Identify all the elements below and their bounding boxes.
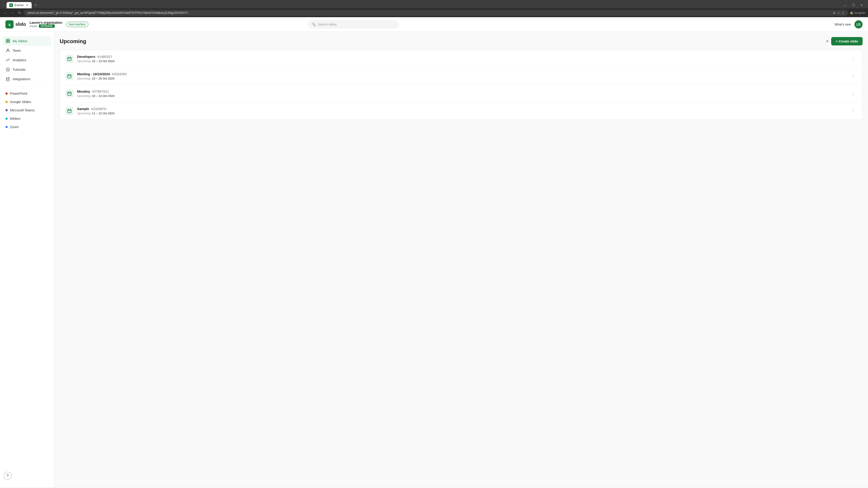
filter-button[interactable]: ≡ [826, 39, 829, 43]
svg-point-7 [9, 59, 10, 59]
sidebar-item-team[interactable]: Team [3, 46, 51, 55]
event-name: Developers [77, 55, 95, 59]
table-row[interactable]: Meeting - 10/10/2024 #3333392 Upcoming: … [60, 68, 862, 85]
event-id: #1480327 [97, 55, 112, 59]
org-name: Lauren's organization [30, 21, 62, 24]
whats-new-button[interactable]: What's new [835, 23, 851, 26]
grid-icon [5, 38, 10, 43]
event-status-label: Upcoming: [77, 77, 91, 80]
event-menu-button[interactable]: ⋮ [849, 55, 857, 62]
tab-bar: ‹ S Events ✕ + — ❐ ✕ [0, 0, 868, 8]
create-slido-button[interactable]: + Create slido [831, 37, 863, 45]
sidebar-item-powerpoint[interactable]: PowerPoint [3, 89, 51, 98]
url-actions: ★ ◇ ⇓ [833, 11, 844, 15]
webex-dot [5, 118, 8, 120]
minimize-button[interactable]: — [842, 3, 848, 7]
event-date-row: Upcoming: 10 – 13 Oct 2024 [77, 59, 846, 63]
event-date-row: Upcoming: 10 – 13 Oct 2024 [77, 94, 846, 98]
puzzle-icon [5, 76, 10, 81]
url-bar[interactable]: admin.sli.do/events?_gl=1*23hhvy*_gcl_au… [24, 10, 848, 16]
table-row[interactable]: Sample #2329970 Upcoming: 11 – 12 Oct 20… [60, 102, 862, 120]
event-menu-button[interactable]: ⋮ [849, 90, 857, 97]
event-info: Sample #2329970 Upcoming: 11 – 12 Oct 20… [77, 107, 846, 115]
event-name: Sample [77, 107, 89, 111]
tab-title: Events [15, 3, 24, 7]
event-name: Moodoy [77, 90, 90, 93]
sidebar-integrations-section: PowerPoint Google Slides Microsoft Teams… [0, 88, 54, 132]
help-section: ? [0, 468, 54, 484]
event-info: Developers #1480327 Upcoming: 10 – 13 Oc… [77, 55, 846, 63]
back-button[interactable]: ← [3, 10, 8, 16]
powerpoint-dot [5, 92, 8, 95]
window-controls: — ❐ ✕ [842, 3, 866, 7]
event-info: Moodoy #37867021 Upcoming: 10 – 13 Oct 2… [77, 90, 846, 98]
incognito-button[interactable]: 🕵 Incognito [850, 11, 865, 14]
extension-icon[interactable]: ◇ [837, 11, 840, 15]
org-role-label: Owner [30, 25, 37, 28]
avatar[interactable]: LD [855, 20, 863, 29]
help-button[interactable]: ? [4, 472, 12, 480]
header-actions: ≡ + Create slido [826, 37, 863, 45]
search-box[interactable]: 🔍 Search slidos [308, 21, 399, 28]
download-icon[interactable]: ⇓ [842, 11, 844, 15]
event-name-row: Sample #2329970 [77, 107, 846, 111]
new-tab-button[interactable]: + [33, 2, 39, 8]
event-date-value: 11 – 12 Oct 2024 [92, 111, 115, 115]
svg-rect-3 [8, 39, 10, 41]
tab-nav-button[interactable]: ‹ [2, 2, 6, 8]
table-row[interactable]: Developers #1480327 Upcoming: 10 – 13 Oc… [60, 50, 862, 68]
sidebar-item-webex[interactable]: Webex [3, 114, 51, 123]
sidebar-item-microsoft-teams[interactable]: Microsoft Teams [3, 106, 51, 114]
event-date-row: Upcoming: 11 – 12 Oct 2024 [77, 111, 846, 115]
svg-rect-11 [68, 92, 71, 95]
zoom-dot [5, 126, 8, 128]
microsoft-teams-dot [5, 109, 8, 111]
event-menu-button[interactable]: ⋮ [849, 73, 857, 79]
restore-button[interactable]: ❐ [850, 3, 856, 7]
event-name-row: Meeting - 10/10/2024 #3333392 [77, 72, 846, 76]
sidebar-item-my-slidos[interactable]: My Slidos [3, 36, 51, 46]
chart-icon [5, 57, 10, 62]
event-name-row: Moodoy #37867021 [77, 90, 846, 94]
events-list: Developers #1480327 Upcoming: 10 – 13 Oc… [60, 50, 863, 120]
star-icon [5, 67, 10, 72]
sidebar-item-analytics[interactable]: Analytics [3, 55, 51, 65]
event-status-label: Upcoming: [77, 111, 91, 115]
tab-favicon: S [9, 3, 13, 7]
sidebar-item-label-team: Team [13, 48, 21, 53]
org-role-row: Owner UPGRADE [30, 24, 62, 28]
svg-rect-2 [6, 39, 8, 41]
calendar-icon [65, 107, 73, 115]
bookmark-icon[interactable]: ★ [833, 11, 836, 15]
refresh-button[interactable]: ↻ [17, 10, 22, 16]
event-id: #2329970 [91, 107, 106, 111]
org-info: Lauren's organization Owner UPGRADE [30, 21, 62, 28]
sidebar-item-zoom[interactable]: Zoom [3, 123, 51, 131]
event-id: #3333392 [112, 72, 127, 76]
event-date-value: 10 – 13 Oct 2024 [92, 59, 115, 63]
new-interface-button[interactable]: New interface [66, 22, 88, 27]
upgrade-badge[interactable]: UPGRADE [39, 24, 55, 28]
sidebar-item-label-google-slides: Google Slides [10, 100, 31, 104]
calendar-icon [65, 90, 73, 98]
table-row[interactable]: Moodoy #37867021 Upcoming: 10 – 13 Oct 2… [60, 85, 862, 102]
forward-button[interactable]: → [10, 10, 16, 16]
event-id: #37867021 [92, 90, 109, 93]
app-header: s slido Lauren's organization Owner UPGR… [0, 17, 868, 32]
search-icon: 🔍 [312, 23, 316, 26]
close-button[interactable]: ✕ [859, 3, 864, 7]
sidebar-item-label-microsoft-teams: Microsoft Teams [10, 108, 35, 112]
tab-close-button[interactable]: ✕ [25, 3, 29, 7]
event-name-row: Developers #1480327 [77, 55, 846, 59]
active-tab[interactable]: S Events ✕ [6, 2, 32, 8]
app: s slido Lauren's organization Owner UPGR… [0, 17, 868, 487]
sidebar-item-tutorials[interactable]: Tutorials [3, 65, 51, 74]
svg-point-6 [7, 49, 9, 51]
event-menu-button[interactable]: ⋮ [849, 107, 857, 114]
person-icon [5, 48, 10, 53]
browser-chrome: ‹ S Events ✕ + — ❐ ✕ ← → ↻ admin.sli.do/… [0, 0, 868, 17]
sidebar-item-google-slides[interactable]: Google Slides [3, 98, 51, 106]
sidebar-item-label-powerpoint: PowerPoint [10, 92, 27, 95]
sidebar: My Slidos Team [0, 32, 54, 487]
sidebar-item-integrations[interactable]: Integrations [3, 74, 51, 84]
